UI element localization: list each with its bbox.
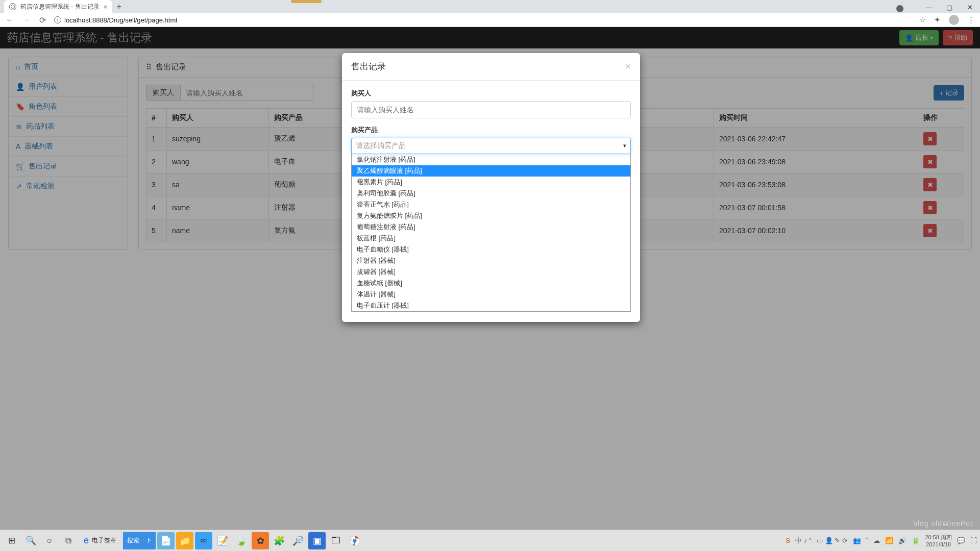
cortana-icon[interactable]: ○ (41, 532, 58, 549)
ie-app[interactable]: e 电子签章 (79, 532, 121, 549)
close-window-icon[interactable]: ✕ (960, 0, 980, 14)
product-option[interactable]: 奥利司他胶囊 [药品] (352, 188, 630, 199)
product-options-list: 氯化钠注射液 [药品]聚乙烯醇滴眼液 [药品]褪黑素片 [药品]奥利司他胶囊 [… (351, 154, 631, 312)
chevron-down-icon: ▾ (623, 142, 626, 149)
extensions-icon[interactable]: ✦ (934, 15, 941, 24)
explorer-icon[interactable]: 📁 (176, 532, 193, 549)
app-icon-6[interactable]: ▣ (308, 532, 326, 549)
search-icon[interactable]: 🔍 (22, 532, 39, 549)
tab-title: 药店信息管理系统 - 售出记录 (20, 3, 100, 11)
battery-icon[interactable]: 🔋 (912, 537, 920, 544)
star-icon[interactable]: ☆ (919, 15, 926, 24)
site-info-icon[interactable]: i (54, 16, 61, 23)
product-option[interactable]: 体温计 [器械] (352, 289, 630, 300)
sell-record-modal: 售出记录 × 购买人 购买产品 请选择购买产品 ▾ 氯化钠注射液 [药品]聚乙烯… (342, 53, 640, 322)
wifi-icon[interactable]: 📶 (885, 537, 893, 544)
accent-pill (291, 0, 322, 3)
profile-avatar-icon[interactable] (949, 15, 959, 25)
taskbar-clock[interactable]: 20:58 周四 2021/3/18 (925, 534, 952, 548)
product-option[interactable]: 拔罐器 [器械] (352, 266, 630, 278)
product-option[interactable]: 氯化钠注射液 [药品] (352, 154, 630, 165)
modal-title: 售出记录 (351, 61, 386, 72)
product-field-label: 购买产品 (351, 126, 631, 135)
browser-chrome: — ▢ ✕ 药店信息管理系统 - 售出记录 × + ← → ⟳ i localh… (0, 0, 980, 27)
product-option[interactable]: 褪黑素片 [药品] (352, 177, 630, 188)
close-tab-icon[interactable]: × (104, 3, 108, 11)
start-icon[interactable]: ⊞ (3, 532, 20, 549)
product-option[interactable]: 血糖试纸 [器械] (352, 278, 630, 289)
product-option[interactable]: 板蓝根 [药品] (352, 233, 630, 244)
notepad-icon[interactable]: 📝 (214, 532, 231, 549)
window-controls: — ▢ ✕ (919, 0, 980, 14)
browser-tab[interactable]: 药店信息管理系统 - 售出记录 × (4, 0, 112, 13)
ime-icon[interactable]: 中 ♪ ° (795, 536, 812, 545)
chevron-up-icon[interactable]: ˆ (866, 537, 868, 544)
product-option[interactable]: 注射器 [器械] (352, 255, 630, 266)
product-option[interactable]: 藿香正气水 [药品] (352, 199, 630, 210)
notifications-icon[interactable]: 💬 (957, 537, 965, 544)
minimize-icon[interactable]: — (919, 0, 939, 14)
watermark-text: blog oldWinePot (913, 519, 973, 528)
app-icon-3[interactable]: ✿ (252, 532, 269, 549)
volume-icon[interactable]: 🔊 (898, 537, 906, 544)
reload-icon[interactable]: ⟳ (38, 15, 47, 25)
onedrive-icon[interactable]: ☁ (873, 537, 880, 544)
product-option[interactable]: 复方氨酚烷胺片 [药品] (352, 210, 630, 221)
sogou-s-icon[interactable]: S (786, 537, 791, 544)
people-icon[interactable]: 👥 (853, 537, 861, 544)
app-icon-4[interactable]: 🧩 (271, 532, 288, 549)
app-icon-5[interactable]: 🔎 (289, 532, 307, 549)
app-icon-2[interactable]: ∞ (195, 532, 212, 549)
ie-icon: e (84, 535, 89, 546)
tray-icons[interactable]: ▭ 👤 ✎ ⟳ (817, 537, 848, 544)
product-option[interactable]: 电子血糖仪 [器械] (352, 244, 630, 255)
buyer-field-label: 购买人 (351, 89, 631, 98)
back-icon[interactable]: ← (5, 15, 14, 24)
maximize-icon[interactable]: ▢ (939, 0, 960, 14)
select-placeholder: 请选择购买产品 (356, 141, 406, 151)
forward-icon[interactable]: → (21, 15, 31, 24)
product-option[interactable]: 葡萄糖注射液 [药品] (352, 221, 630, 233)
app-icon-1[interactable]: 📄 (157, 532, 175, 549)
menu-icon[interactable]: ⋮ (967, 15, 975, 24)
chrome-icon[interactable] (346, 532, 363, 549)
profile-dot-icon (896, 5, 903, 12)
address-bar[interactable]: i localhost:8888/Drug/sell/get/page.html (54, 16, 912, 24)
taskview-icon[interactable]: ⧉ (60, 532, 77, 549)
product-option[interactable]: 电子血压计 [器械] (352, 300, 630, 311)
close-modal-icon[interactable]: × (625, 61, 631, 72)
new-tab-button[interactable]: + (112, 0, 126, 13)
sogou-search[interactable]: 搜索一下 (123, 532, 156, 549)
product-option[interactable]: 聚乙烯醇滴眼液 [药品] (352, 165, 630, 177)
url-text: localhost:8888/Drug/sell/get/page.html (64, 16, 177, 24)
windows-taskbar: ⊞ 🔍 ○ ⧉ e 电子签章 搜索一下 📄 📁 ∞ 📝 🍃 ✿ 🧩 🔎 ▣ 🗔 … (0, 530, 980, 551)
buyer-name-input[interactable] (351, 101, 631, 118)
product-select[interactable]: 请选择购买产品 ▾ (351, 138, 631, 154)
fullscreen-icon[interactable]: ⛶ (970, 537, 977, 544)
app-icon-7[interactable]: 🗔 (327, 532, 345, 549)
globe-icon (9, 3, 16, 10)
spring-icon[interactable]: 🍃 (233, 532, 250, 549)
